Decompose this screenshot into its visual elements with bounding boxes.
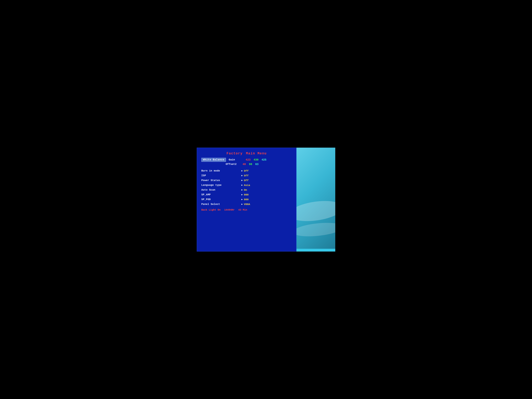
menu-item-value: Off (244, 179, 249, 182)
menu-item-name: ISP (201, 174, 238, 177)
right-decorative-panel (297, 148, 335, 252)
gain-green-value: 430 (254, 158, 259, 161)
menu-item-value: 000 (244, 198, 249, 201)
menu-item-name: SP_POD (201, 198, 238, 201)
menu-item-value: V00A (244, 203, 250, 206)
white-balance-label[interactable]: White Balance (201, 158, 226, 162)
offset-label: Offset2 (226, 163, 240, 166)
menu-item-name: SP_AMP (201, 193, 238, 196)
menu-item-value: On (244, 189, 247, 191)
menu-item-name: Power Status (201, 179, 238, 182)
menu-item-name: Language type (201, 184, 238, 187)
title-row: Factory Main Menu (201, 152, 292, 155)
gain-red-value: 423 (246, 158, 251, 161)
arrow-right-icon: ► (241, 198, 243, 201)
menu-item-value: Asia (244, 184, 250, 187)
menu-item-value: 000 (244, 193, 249, 196)
offset-green-value: 98 (249, 163, 252, 166)
arrow-right-icon: ► (241, 203, 243, 205)
menu-item-name: Auto Scan (201, 189, 238, 191)
menu-item-name: Panel Select (201, 203, 238, 206)
footer-hours: 14494Hr (224, 209, 234, 211)
offset-cyan-value: 63 (255, 163, 259, 166)
arrow-right-icon: ► (241, 174, 243, 177)
arrow-right-icon: ► (241, 189, 243, 191)
menu-item-row[interactable]: ISP►Off (201, 173, 292, 178)
arrow-right-icon: ► (241, 170, 243, 172)
title-factory: Factory (227, 152, 243, 155)
menu-item-value: Off (244, 174, 249, 177)
wb-gain-row: White Balance Gain 423 430 425 (201, 158, 292, 162)
arrow-right-icon: ► (241, 179, 243, 182)
arrow-right-icon: ► (241, 194, 243, 196)
menu-item-row[interactable]: SP_AMP►000 (201, 192, 292, 197)
gain-cyan-value: 425 (261, 158, 266, 161)
menu-item-row[interactable]: SP_POD►000 (201, 197, 292, 202)
arrow-right-icon: ► (241, 184, 243, 186)
white-balance-section: White Balance Gain 423 430 425 Offset2 4… (201, 158, 292, 167)
bottom-cyan-bar (297, 249, 335, 252)
menu-item-name: Burn in mode (201, 170, 238, 172)
footer-row: Back Light On 14494Hr 43 Min (201, 209, 292, 211)
menu-item-row[interactable]: Panel Select►V00A (201, 202, 292, 207)
offset-red-value: 40 (243, 163, 246, 166)
title-main-menu: Main Menu (246, 152, 267, 155)
menu-item-row[interactable]: Power Status►Off (201, 178, 292, 183)
menu-items-list: Burn in mode►OffISP►OffPower Status►OffL… (201, 169, 292, 207)
menu-panel: Factory Main Menu White Balance Gain 423… (197, 148, 297, 252)
menu-item-row[interactable]: Burn in mode►Off (201, 169, 292, 173)
menu-item-row[interactable]: Auto Scan►On (201, 188, 292, 192)
wb-offset-row: Offset2 40 98 63 (226, 163, 292, 166)
footer-minutes: 43 Min (238, 209, 247, 211)
gain-label: Gain (229, 158, 243, 161)
menu-item-value: Off (244, 170, 249, 172)
footer-label: Back Light On (201, 209, 221, 211)
menu-item-row[interactable]: Language type►Asia (201, 183, 292, 188)
